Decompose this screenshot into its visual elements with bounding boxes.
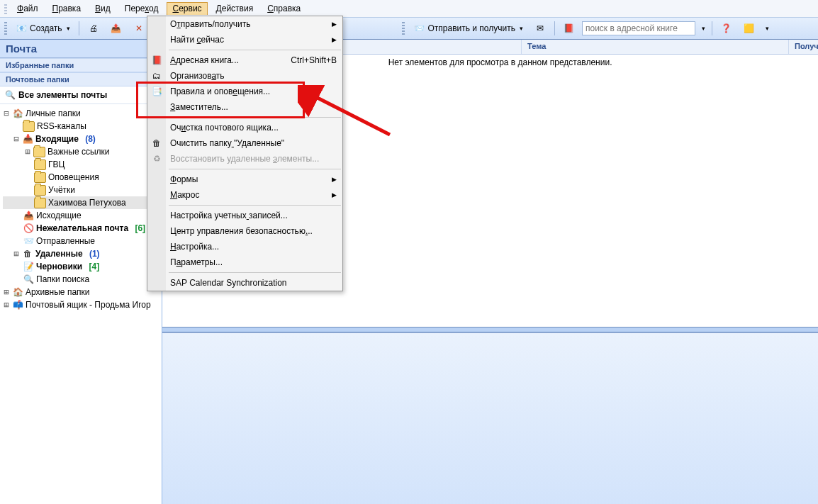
folder-tree: ⊟🏠Личные папки RSS-каналы ⊟📥Входящие (8)… (0, 104, 162, 314)
menu-sap-sync[interactable]: SAP Calendar Synchronization (147, 275, 342, 291)
toolbar-grip (4, 22, 7, 35)
menu-actions[interactable]: Действия (211, 2, 259, 15)
menu-mailbox-cleanup[interactable]: Очистка почтового ящика... (147, 120, 342, 135)
tree-drafts[interactable]: 📝Черновики [4] (3, 260, 160, 273)
all-mail-items[interactable]: 🔍 Все элементы почты (0, 86, 162, 104)
menu-recover-deleted: ♻ Восстановить удаленные элементы... (147, 151, 342, 167)
organize-icon: 🗂 (151, 70, 162, 82)
menu-empty-deleted[interactable]: 🗑 Очистить папку "Удаленные" (147, 135, 342, 151)
tree-junk[interactable]: 🚫Нежелательная почта [6] (3, 222, 160, 235)
col-received[interactable]: Получено (789, 40, 818, 54)
print-button[interactable]: 🖨 (84, 21, 103, 36)
tree-rss[interactable]: RSS-каналы (3, 120, 160, 133)
tree-khakimova[interactable]: Хакимова Петухова (3, 196, 160, 209)
delete-button[interactable]: ✕ (129, 21, 149, 36)
delete-icon: ✕ (133, 23, 145, 34)
menu-file[interactable]: Файл (11, 2, 44, 15)
tree-links[interactable]: ⊞Важные ссылки (3, 145, 160, 158)
mailbox-icon: 📫 (12, 299, 23, 310)
book-icon: 📕 (564, 23, 575, 34)
menu-send-receive[interactable]: Отправить/получить (147, 16, 342, 32)
navigation-pane: Почта Избранные папки Почтовые папки 🔍 В… (0, 40, 162, 504)
envelope-icon: ✉ (534, 23, 546, 34)
menu-delegate[interactable]: Заместитель... (147, 99, 342, 115)
send-receive-icon: 📨 (413, 23, 425, 34)
tree-gvc[interactable]: ГВЦ (3, 158, 160, 171)
menu-address-book[interactable]: 📕 Адресная книга...Ctrl+Shift+B (147, 52, 342, 68)
menu-tools[interactable]: Сервис (167, 2, 207, 15)
tree-search-folders[interactable]: 🔍Папки поиска (3, 273, 160, 286)
tree-accounts[interactable]: Учётки (3, 184, 160, 196)
menu-edit[interactable]: Правка (47, 2, 87, 15)
new-button[interactable]: 📧 Создать (11, 21, 74, 36)
menubar-grip (4, 3, 7, 14)
outbox-icon: 📤 (23, 210, 34, 221)
tree-archive[interactable]: ⊞🏠Архивные папки (3, 286, 160, 298)
menu-customize[interactable]: Настройка... (147, 239, 342, 254)
tree-sent[interactable]: 📨Отправленные (3, 235, 160, 247)
menu-forms[interactable]: Формы (147, 172, 342, 187)
sap-button[interactable]: 🟨 (739, 21, 759, 36)
horizontal-splitter[interactable] (162, 327, 818, 332)
folder-icon (34, 198, 46, 208)
move-icon: 📤 (111, 23, 122, 34)
outlook-icon: 🏠 (12, 286, 23, 298)
trash-icon: 🗑 (22, 248, 33, 259)
move-button[interactable]: 📤 (106, 21, 126, 36)
menu-rules-alerts[interactable]: 📑 Правила и оповещения... (147, 84, 342, 99)
sap-dropdown[interactable] (762, 23, 771, 34)
menu-trust-center[interactable]: Центр управления безопасностью... (147, 223, 342, 239)
search-icon: 🔍 (4, 89, 16, 101)
help-button[interactable]: ❓ (717, 21, 736, 36)
tree-inbox[interactable]: ⊟📥Входящие (8) (3, 133, 160, 145)
menu-account-settings[interactable]: Настройка учетных записей... (147, 208, 342, 223)
sent-icon: 📨 (23, 235, 34, 247)
address-book-button[interactable]: 📕 (559, 21, 579, 36)
menu-help[interactable]: Справка (262, 2, 306, 15)
fav-folders-header[interactable]: Избранные папки (0, 58, 162, 72)
help-icon: ❓ (721, 23, 732, 34)
empty-message: Нет элементов для просмотра в данном пре… (388, 57, 612, 67)
categorize-button[interactable]: ✉ (530, 21, 550, 36)
tree-alerts[interactable]: Оповещения (3, 171, 160, 184)
nav-title: Почта (0, 40, 162, 58)
folder-icon (34, 172, 46, 183)
tree-deleted[interactable]: ⊞🗑Удаленные (1) (3, 247, 160, 260)
outlook-icon: 🏠 (12, 108, 23, 119)
menu-options[interactable]: Параметры... (147, 254, 342, 270)
inbox-icon: 📥 (22, 133, 33, 145)
menu-view[interactable]: Вид (89, 2, 116, 15)
reading-pane (162, 332, 818, 505)
folder-icon (34, 185, 46, 196)
menu-find-now[interactable]: Найти сейчас (147, 32, 342, 47)
drafts-icon: 📝 (23, 261, 34, 272)
search-dropdown[interactable] (698, 23, 707, 34)
menu-goto[interactable]: Переход (119, 2, 164, 15)
tree-outbox[interactable]: 📤Исходящие (3, 209, 160, 222)
tools-menu: Отправить/получить Найти сейчас 📕 Адресн… (147, 16, 343, 291)
mail-folders-header[interactable]: Почтовые папки (0, 72, 162, 86)
print-icon: 🖨 (88, 23, 99, 34)
sap-icon: 🟨 (744, 23, 755, 34)
folder-icon (34, 159, 46, 170)
toolbar-grip-2 (402, 22, 405, 35)
folder-icon (33, 147, 45, 157)
menu-organize[interactable]: 🗂 Организовать (147, 68, 342, 84)
menubar: Файл Правка Вид Переход Сервис Действия … (0, 0, 818, 17)
tree-personal-folders[interactable]: ⊟🏠Личные папки (3, 107, 160, 120)
empty-trash-icon: 🗑 (151, 138, 162, 149)
col-subject[interactable]: Тема (522, 40, 789, 54)
recover-icon: ♻ (151, 153, 162, 164)
mail-icon: 📧 (16, 23, 27, 34)
tree-mailbox2[interactable]: ⊞📫Почтовый ящик - Продьма Игор (3, 298, 160, 311)
address-search-input[interactable] (582, 21, 695, 35)
junk-icon: 🚫 (23, 223, 34, 234)
book-icon: 📕 (151, 55, 162, 66)
send-receive-button[interactable]: 📨 Отправить и получить (409, 21, 527, 36)
menu-macro[interactable]: Макрос (147, 187, 342, 203)
toolbar: 📧 Создать 🖨 📤 ✕ ↩ От 📨 Отправить и получ… (0, 17, 818, 40)
rules-icon: 📑 (151, 86, 162, 97)
folder-icon (23, 121, 35, 132)
search-folder-icon: 🔍 (23, 274, 34, 285)
